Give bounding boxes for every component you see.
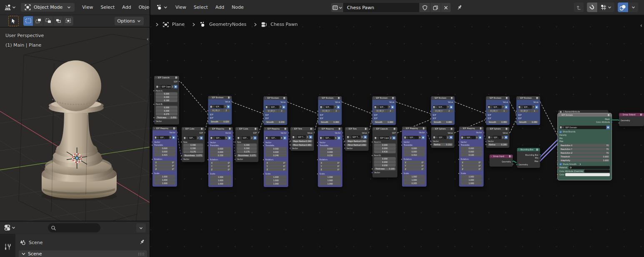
value-field[interactable]: 0.000 <box>265 150 287 154</box>
node-socket[interactable] <box>153 90 155 92</box>
value-field[interactable]: 0.240 <box>265 154 287 157</box>
slider-field[interactable]: Resolution Y70 <box>559 148 610 151</box>
value-field[interactable]: 1.000 <box>154 182 175 185</box>
axis-field[interactable]: X0° <box>461 161 482 164</box>
active-tool-button[interactable] <box>8 16 19 26</box>
node-socket[interactable] <box>401 141 402 143</box>
segment-value[interactable]: 2 <box>387 110 394 112</box>
group-user-count[interactable]: 7 <box>334 105 337 109</box>
node-mapping-4[interactable]: SDF MappingVectorSDF...6VectorTranslate:… <box>318 127 342 187</box>
group-selector[interactable]: SDF...6 <box>404 136 425 140</box>
value-field[interactable]: 0.410 <box>374 150 396 154</box>
value-field[interactable]: 1.000 <box>154 175 175 178</box>
group-selector[interactable]: SDF T...3 <box>292 135 312 139</box>
node-socket[interactable] <box>207 114 209 115</box>
node-socket[interactable] <box>557 152 558 153</box>
select-mode-intersect[interactable] <box>63 16 73 26</box>
node-capsule-2[interactable]: SDF CapsuleSDFSDF Capsule2Point A:0.0000… <box>372 127 397 177</box>
axis-field[interactable]: Y0° <box>320 165 341 168</box>
collapse-chevron-icon[interactable] <box>487 97 489 99</box>
menu-node-view[interactable]: View <box>172 0 190 15</box>
group-browse-button[interactable] <box>374 105 379 109</box>
node-socket[interactable] <box>235 155 236 156</box>
collapse-chevron-icon[interactable] <box>319 128 321 130</box>
node-header[interactable]: SDF Cube <box>235 127 259 131</box>
node-boolean-6[interactable]: SDF BooleanValueSDF...7U | D | I1SDFSDFS… <box>486 96 510 125</box>
node-socket[interactable] <box>557 174 558 175</box>
properties-search-input[interactable] <box>48 223 100 232</box>
group-user-count[interactable]: 2 <box>171 85 174 89</box>
panel-scene-header[interactable]: Scene <box>19 250 147 257</box>
pin-button[interactable] <box>139 239 145 247</box>
slider-field[interactable]: Radius0.190 <box>488 143 508 146</box>
group-name-field[interactable]: SDF... <box>270 105 279 109</box>
collapse-chevron-icon[interactable] <box>237 128 238 130</box>
node-socket[interactable] <box>262 117 264 119</box>
group-selector[interactable]: SDF...2 <box>433 136 453 140</box>
slider-field[interactable]: Smooth0.080 <box>488 121 508 124</box>
segmented-field[interactable]: U | D | I2 <box>433 110 453 112</box>
node-header[interactable]: SDF Cube <box>182 127 205 131</box>
segment-value[interactable]: 1 <box>500 110 508 112</box>
group-user-count[interactable]: 3 <box>360 135 364 139</box>
segment-options[interactable]: U | D | I <box>265 110 278 112</box>
value-field[interactable]: 0.000 <box>154 150 175 153</box>
collapse-chevron-icon[interactable] <box>518 149 520 150</box>
value-field[interactable]: 1.000 <box>265 179 287 182</box>
node-header[interactable]: Group Output <box>619 113 644 117</box>
node-boolean-4[interactable]: SDF BooleanValueSDF...7U | D | I2SDFSDFS… <box>372 96 396 125</box>
collapse-chevron-icon[interactable] <box>432 97 434 99</box>
material-field[interactable] <box>569 166 610 170</box>
slider-field[interactable]: Roundness0.075 <box>183 154 203 157</box>
node-bounding-box[interactable]: Bounding BoxBounding BoxMinMaxGeometry <box>517 148 540 168</box>
node-header[interactable]: SDF Boolean <box>486 96 510 100</box>
node-socket[interactable] <box>509 132 510 133</box>
axis-field[interactable]: Y0° <box>461 164 482 167</box>
node-boolean-7[interactable]: SDF BooleanValueSDF...7U | D | I1SDFSDFS… <box>517 96 540 125</box>
axis-field[interactable]: Y0° <box>154 164 175 167</box>
node-sdf-domain[interactable]: SDF DomainMeshColor AttributeSDF DomainS… <box>558 113 612 180</box>
group-fake-user-button[interactable] <box>392 136 396 140</box>
node-boolean-2[interactable]: SDF BooleanValueSDF...7U | D | I2SDFSDFS… <box>264 96 287 125</box>
select-mode-extend[interactable] <box>33 16 43 26</box>
group-browse-button[interactable] <box>518 105 523 109</box>
group-user-count[interactable]: 6 <box>225 136 228 140</box>
node-socket[interactable] <box>401 144 402 146</box>
value-field[interactable]: 0.000 <box>374 160 396 164</box>
tab-tool[interactable] <box>3 243 12 252</box>
group-name-field[interactable]: SDF... <box>438 105 447 109</box>
node-editor-canvas[interactable]: SDF CapsuleSDFSDF Capsule2Point A:0.0000… <box>150 15 644 257</box>
node-socket[interactable] <box>539 101 541 102</box>
group-name-field[interactable]: SDF... <box>523 105 532 109</box>
group-selector[interactable]: SDF...6 <box>210 136 231 140</box>
node-socket[interactable] <box>509 101 510 102</box>
node-socket[interactable] <box>516 110 517 112</box>
node-socket[interactable] <box>485 114 487 116</box>
group-user-count[interactable]: 7 <box>502 105 505 109</box>
group-selector[interactable]: SDF...2 <box>237 136 257 140</box>
snap-target-dropdown[interactable] <box>597 2 614 12</box>
axis-field[interactable]: Y0° <box>210 165 231 168</box>
group-user-count[interactable]: 2 <box>197 136 200 140</box>
viewport-3d[interactable]: User Perspective (1) Main | Plane ‹ <box>0 27 150 221</box>
axis-field[interactable]: Y0° <box>404 164 425 167</box>
node-cube-1[interactable]: SDF CubeSDFSDF...2Size:0.3000.3000.170Ro… <box>182 127 205 162</box>
group-fake-user-button[interactable] <box>504 136 508 140</box>
node-socket[interactable] <box>341 101 342 102</box>
slider-field[interactable]: Minor Radius0.090 <box>347 144 367 147</box>
node-header[interactable]: SDF Tore <box>345 127 369 131</box>
editor-type-button[interactable] <box>2 2 17 12</box>
node-socket[interactable] <box>207 121 209 122</box>
node-socket[interactable] <box>557 148 558 150</box>
node-header[interactable]: Bounding Box <box>517 148 540 152</box>
value-field[interactable]: 0.300 <box>237 147 257 150</box>
unlink-button[interactable] <box>441 3 451 12</box>
node-socket[interactable] <box>371 172 373 173</box>
slider-field[interactable]: Adaptivity0.000 <box>559 159 610 162</box>
menu-viewport-select[interactable]: Select <box>97 0 118 15</box>
value-field[interactable]: 0.000 <box>210 147 231 150</box>
node-socket[interactable] <box>539 157 541 159</box>
segmented-field[interactable]: U | D | I1 <box>488 110 508 112</box>
group-fake-user-button[interactable] <box>172 136 176 140</box>
node-socket[interactable] <box>258 132 259 133</box>
